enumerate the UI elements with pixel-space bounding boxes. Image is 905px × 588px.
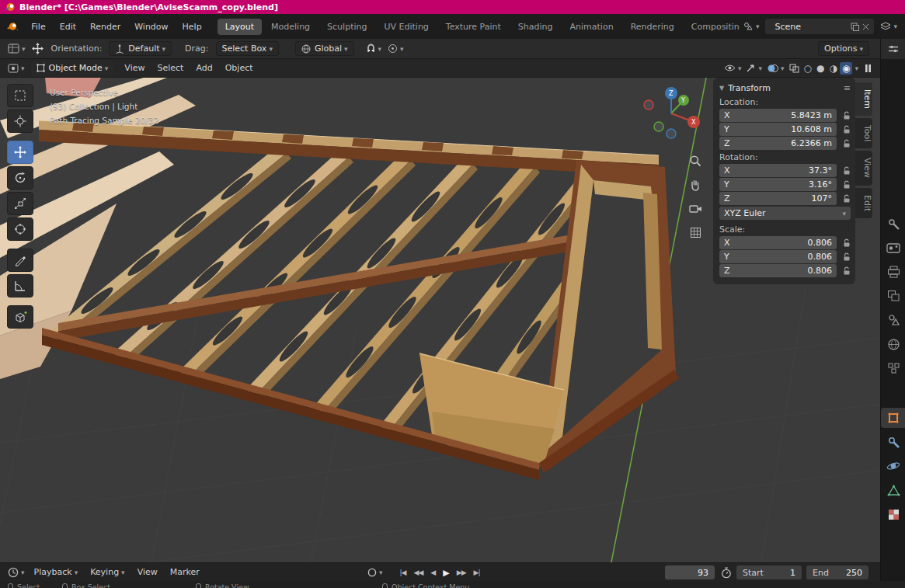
zoom-button[interactable]: [687, 152, 704, 169]
lock-icon[interactable]: [837, 194, 851, 204]
rotation-z-field[interactable]: Z107°: [719, 192, 837, 205]
timeline-editor-type-dropdown[interactable]: ▾: [5, 567, 28, 578]
transform-space-dropdown[interactable]: Global ▾: [295, 41, 354, 56]
location-z-field[interactable]: Z6.2366 m: [719, 137, 837, 150]
editor-type-dropdown[interactable]: ▾: [5, 43, 29, 54]
lock-icon[interactable]: [837, 180, 851, 190]
workspace-tab-animation[interactable]: Animation: [562, 19, 621, 35]
sidebar-tab-view[interactable]: View: [855, 151, 872, 185]
workspace-tab-sculpting[interactable]: Sculpting: [319, 19, 374, 35]
menu-help[interactable]: Help: [176, 19, 209, 34]
frame-start-field[interactable]: Start 1: [736, 565, 802, 579]
overlays-dropdown[interactable]: ▾: [767, 64, 785, 73]
viewport-menu-view[interactable]: View: [118, 61, 151, 75]
orientation-dropdown[interactable]: Default ▾: [109, 41, 172, 56]
properties-tab-physics[interactable]: [881, 456, 905, 476]
snap-toggle[interactable]: ▾: [363, 43, 385, 54]
sidebar-tab-tool[interactable]: Tool: [855, 118, 872, 148]
viewport-editor-type-dropdown[interactable]: ▾: [5, 64, 28, 73]
mode-dropdown[interactable]: Object Mode ▾: [31, 61, 114, 75]
new-scene-icon[interactable]: [851, 23, 859, 31]
properties-tab-object-data[interactable]: [881, 480, 905, 500]
proportional-editing-toggle[interactable]: ▾: [385, 43, 407, 54]
lock-icon[interactable]: [837, 266, 851, 276]
properties-editor-type-dropdown[interactable]: [881, 39, 905, 59]
rotation-mode-dropdown[interactable]: XYZ Euler ▾: [719, 207, 851, 220]
menu-render[interactable]: Render: [83, 19, 127, 34]
sidebar-tab-item[interactable]: Item: [855, 82, 872, 116]
properties-tab-view-layer[interactable]: [881, 286, 905, 306]
viewport-menu-add[interactable]: Add: [190, 61, 218, 75]
lock-icon[interactable]: [837, 166, 851, 176]
tool-annotate[interactable]: [7, 249, 33, 272]
menu-file[interactable]: File: [24, 19, 52, 34]
camera-view-button[interactable]: [687, 200, 704, 217]
properties-tab-collection[interactable]: [881, 358, 905, 378]
scale-z-field[interactable]: Z0.806: [719, 264, 837, 277]
properties-tab-render[interactable]: [881, 238, 905, 258]
current-frame-field[interactable]: 93: [665, 565, 715, 579]
jump-to-end-button[interactable]: ▶|: [470, 567, 484, 578]
pan-button[interactable]: [687, 176, 704, 193]
tool-measure[interactable]: [7, 274, 33, 297]
tool-transform[interactable]: [7, 217, 33, 241]
shading-dropdown[interactable]: ▾: [855, 64, 858, 72]
properties-tab-texture[interactable]: [881, 504, 905, 524]
properties-tab-world[interactable]: [881, 334, 905, 354]
properties-tab-scene[interactable]: [881, 310, 905, 330]
tool-select-box[interactable]: [7, 84, 33, 107]
lock-icon[interactable]: [837, 111, 851, 120]
lock-icon[interactable]: [837, 125, 851, 134]
options-dropdown[interactable]: Options ▾: [818, 41, 869, 56]
lock-icon[interactable]: [837, 139, 851, 148]
properties-tab-object[interactable]: [881, 408, 905, 428]
properties-tab-output[interactable]: [881, 262, 905, 282]
shading-material-button[interactable]: ◑: [827, 62, 840, 75]
lock-icon[interactable]: [837, 238, 851, 248]
properties-tab-modifiers[interactable]: [881, 432, 905, 452]
location-x-field[interactable]: X5.8423 m: [719, 109, 837, 122]
timeline-menu-marker[interactable]: Marker: [164, 565, 206, 579]
viewport-menu-select[interactable]: Select: [151, 61, 190, 75]
unlink-scene-icon[interactable]: [862, 23, 869, 30]
workspace-tab-modeling[interactable]: Modeling: [263, 19, 318, 35]
sidebar-tab-edit[interactable]: Edit: [855, 188, 872, 218]
frame-end-field[interactable]: End 250: [806, 565, 868, 579]
menu-window[interactable]: Window: [127, 19, 175, 34]
scale-x-field[interactable]: X0.806: [719, 236, 837, 249]
navigation-gizmo[interactable]: X Y Z: [644, 87, 700, 138]
location-y-field[interactable]: Y10.608 m: [719, 123, 837, 136]
region-toggle-icon[interactable]: [865, 64, 872, 73]
window-titlebar[interactable]: Blender* [C:\Games\Blender\AviseScamm_co…: [0, 0, 905, 14]
tool-scale[interactable]: [7, 192, 33, 215]
panel-menu-icon[interactable]: ≡: [844, 83, 851, 93]
tool-move[interactable]: [7, 141, 33, 164]
view-layer-button[interactable]: ▾: [877, 22, 900, 31]
scale-y-field[interactable]: Y0.806: [719, 250, 837, 263]
timeline-menu-view[interactable]: View: [131, 565, 164, 579]
viewport-menu-object[interactable]: Object: [219, 61, 259, 75]
workspace-tab-layout[interactable]: Layout: [218, 19, 262, 35]
tool-rotate[interactable]: [7, 166, 33, 190]
rotation-y-field[interactable]: Y3.16°: [719, 178, 837, 191]
workspace-tab-compositing[interactable]: Compositing: [684, 19, 740, 35]
scene-name-field[interactable]: Scene: [765, 19, 874, 34]
menu-edit[interactable]: Edit: [53, 19, 83, 34]
next-keyframe-button[interactable]: ▶▶: [453, 567, 470, 578]
shading-wireframe-button[interactable]: ○: [802, 62, 814, 75]
jump-to-start-button[interactable]: |◀: [396, 567, 410, 578]
workspace-tab-texture-paint[interactable]: Texture Paint: [438, 19, 509, 35]
timeline-menu-playback[interactable]: Playback▾: [28, 565, 85, 579]
drag-dropdown[interactable]: Select Box ▾: [216, 41, 279, 56]
ortho-toggle-button[interactable]: [687, 224, 704, 241]
xray-toggle[interactable]: [789, 64, 799, 73]
viewport-3d[interactable]: X Y Z User Perspective (93) Collection |…: [0, 78, 880, 562]
play-reverse-button[interactable]: ◀: [426, 567, 439, 578]
rotation-x-field[interactable]: X37.3°: [719, 164, 837, 177]
shading-solid-button[interactable]: ●: [814, 62, 827, 75]
browse-scene-button[interactable]: ▾: [740, 22, 763, 31]
prev-keyframe-button[interactable]: ◀◀: [410, 567, 427, 578]
gizmos-dropdown[interactable]: ▾: [746, 63, 762, 73]
timeline-menu-keying[interactable]: Keying▾: [84, 565, 131, 579]
properties-tab-tool[interactable]: [881, 214, 905, 234]
